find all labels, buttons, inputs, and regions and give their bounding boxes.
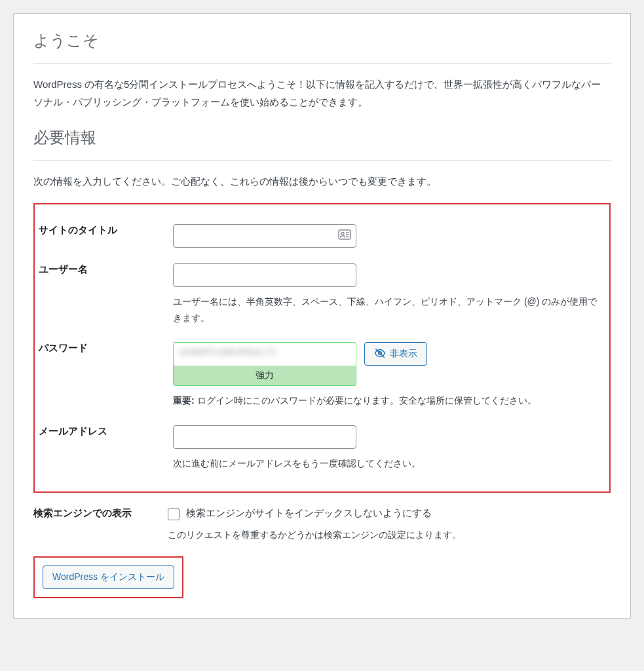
username-input[interactable] [173,263,356,287]
install-button[interactable]: WordPress をインストール [43,566,174,589]
search-engine-checkbox[interactable] [168,508,180,520]
email-desc: 次に進む前にメールアドレスをもう一度確認してください。 [173,455,599,472]
password-input[interactable]: xK9mP2vQ8nR4wL7t [173,342,356,366]
email-label: メールアドレス [39,417,173,480]
username-desc: ユーザー名には、半角英数字、スペース、下線、ハイフン、ピリオド、アットマーク (… [173,294,599,326]
hide-button-label: 非表示 [390,348,417,360]
email-input[interactable] [173,425,356,449]
username-label: ユーザー名 [39,256,173,334]
search-engine-label: 検索エンジンでの表示 [33,499,168,551]
password-strength-meter: 強力 [173,366,356,386]
search-engine-desc: このリクエストを尊重するかどうかは検索エンジンの設定によります。 [168,527,604,543]
required-fields-highlight: サイトのタイトル [33,203,611,493]
welcome-intro: WordPress の有名な5分間インストールプロセスへようこそ！以下に情報を記… [33,75,611,111]
site-title-label: サイトのタイトル [39,216,173,256]
info-heading: 必要情報 [33,127,611,161]
site-title-input[interactable] [173,224,356,248]
password-important-note: 重要: ログイン時にこのパスワードが必要になります。安全な場所に保管してください… [173,393,599,409]
important-label: 重要: [173,395,195,406]
eye-slash-icon [374,347,386,361]
submit-highlight: WordPress をインストール [33,556,183,598]
svg-point-1 [341,233,344,235]
password-masked-value: xK9mP2vQ8nR4wL7t [179,347,278,357]
important-text: ログイン時にこのパスワードが必要になります。安全な場所に保管してください。 [195,395,537,406]
contact-card-icon [338,229,351,242]
welcome-heading: ようこそ [33,30,611,64]
search-engine-checkbox-label: 検索エンジンがサイトをインデックスしないようにする [186,507,432,520]
install-panel: ようこそ WordPress の有名な5分間インストールプロセスへようこそ！以下… [13,13,631,619]
info-intro: 次の情報を入力してください。ご心配なく、これらの情報は後からいつでも変更できます… [33,172,611,190]
password-label: パスワード [39,334,173,417]
hide-password-button[interactable]: 非表示 [364,342,427,366]
